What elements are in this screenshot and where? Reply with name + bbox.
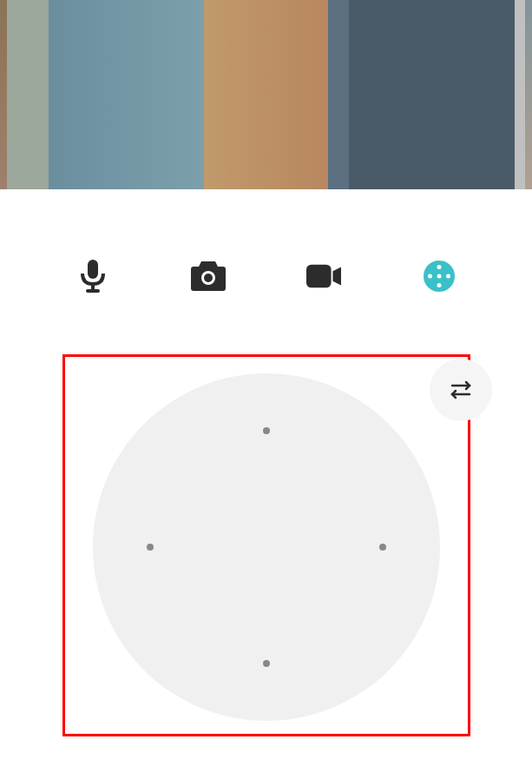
ptz-joystick[interactable] (93, 373, 440, 721)
camera-live-view[interactable] (0, 0, 532, 189)
mic-icon (78, 260, 108, 293)
swap-icon (449, 380, 473, 400)
snapshot-button[interactable] (191, 259, 226, 294)
ptz-active-icon (424, 261, 455, 292)
svg-rect-1 (91, 284, 95, 290)
ptz-control-panel (62, 354, 470, 736)
controls-toolbar (0, 189, 532, 328)
svg-rect-5 (306, 265, 332, 288)
ptz-up-indicator[interactable] (263, 427, 270, 434)
ptz-left-indicator[interactable] (147, 544, 154, 551)
svg-rect-2 (86, 289, 100, 293)
ptz-down-indicator[interactable] (263, 660, 270, 667)
mic-button[interactable] (76, 259, 110, 294)
camera-feed (7, 0, 525, 189)
ptz-right-indicator[interactable] (379, 544, 386, 551)
ptz-mode-button[interactable] (422, 259, 456, 294)
svg-rect-0 (88, 260, 98, 279)
ptz-toggle-button[interactable] (430, 359, 492, 421)
svg-point-4 (204, 274, 213, 282)
record-button[interactable] (306, 259, 341, 294)
camera-icon (191, 261, 226, 291)
video-icon (306, 264, 341, 288)
